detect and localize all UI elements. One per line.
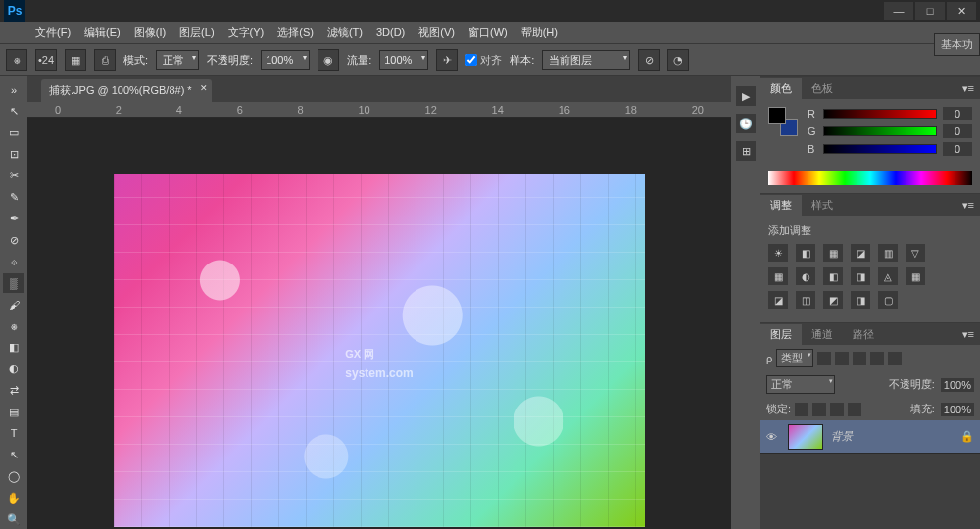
pressure-size-icon[interactable]: ◔ [667,49,689,71]
gradient-tool[interactable]: ◧ [3,338,24,358]
opacity-input[interactable]: 100% [261,50,310,70]
menu-edit[interactable]: 编辑(E) [78,23,126,43]
flow-input[interactable]: 100% [379,50,428,70]
lock-all-icon[interactable] [848,403,861,416]
channel-mixer-icon[interactable]: ◨ [851,267,870,285]
blend-mode-dropdown[interactable]: 正常 [766,375,835,394]
path-select-tool[interactable]: ↖ [3,445,24,464]
menu-type[interactable]: 文字(Y) [222,23,270,43]
color-lookup-icon[interactable]: ◬ [878,267,898,285]
visibility-icon[interactable]: 👁 [766,431,780,443]
menu-view[interactable]: 视图(V) [413,23,461,43]
collapse-icon[interactable]: » [3,80,24,100]
filter-pixel-icon[interactable] [817,352,831,365]
panel-menu-icon[interactable]: ▾≡ [956,199,980,212]
color-swatch[interactable] [768,107,798,136]
close-icon[interactable]: ✕ [200,83,208,93]
layer-thumbnail[interactable] [788,424,823,450]
type-tool[interactable]: T [3,424,24,444]
menu-window[interactable]: 窗口(W) [463,23,514,43]
menu-help[interactable]: 帮助(H) [515,23,564,43]
workspace-button[interactable]: 基本功 [934,33,980,56]
panel-menu-icon[interactable]: ▾≡ [956,82,980,95]
threshold-icon[interactable]: ◫ [796,291,815,309]
menu-select[interactable]: 选择(S) [271,23,319,43]
curves-icon[interactable]: ▦ [823,244,843,262]
sample-dropdown[interactable]: 当前图层 [542,50,630,70]
gradient-map-icon[interactable]: ◩ [823,291,843,309]
properties-icon[interactable]: ⊞ [736,141,756,161]
bw-icon[interactable]: ◐ [796,267,815,285]
brush-panel-icon[interactable]: ▦ [65,49,86,71]
photo-filter-icon[interactable]: ◧ [823,267,843,285]
canvas-zone[interactable]: 02468101214161820 GX 网 system.com [27,102,731,529]
layer-filter-kind[interactable]: 类型 [776,349,813,367]
r-slider[interactable] [823,109,937,119]
brush-preset-icon[interactable]: •24 [35,49,57,71]
clone-source-icon[interactable]: ⎙ [94,49,116,71]
vibrance-icon[interactable]: ▥ [878,244,898,262]
menu-3d[interactable]: 3D(D) [370,24,411,41]
tab-color[interactable]: 颜色 [760,78,802,99]
tab-paths[interactable]: 路径 [843,324,884,345]
shape-tool[interactable]: ◯ [3,466,24,486]
airbrush-icon[interactable]: ✈ [436,49,458,71]
ignore-adjust-icon[interactable]: ⊘ [638,49,660,71]
filter-type-icon[interactable] [853,352,866,365]
brightness-icon[interactable]: ☀ [768,244,788,262]
invert-icon[interactable]: ▦ [906,267,925,285]
pen-tool[interactable]: ▤ [3,403,24,422]
align-checkbox[interactable]: 对齐 [466,53,502,68]
filter-smart-icon[interactable] [888,352,902,365]
clone-tool[interactable]: ▒ [3,273,24,293]
history-icon[interactable]: 🕒 [736,114,756,133]
move-tool[interactable]: ↖ [3,102,24,121]
maximize-button[interactable]: □ [915,2,945,20]
minimize-button[interactable]: — [884,2,913,20]
posterize-icon[interactable]: ◪ [768,291,788,309]
document-tab[interactable]: 捕获.JPG @ 100%(RGB/8#) * ✕ [41,79,212,102]
panel-menu-icon[interactable]: ▾≡ [956,328,980,341]
crop-tool[interactable]: ✎ [3,188,24,208]
tab-layers[interactable]: 图层 [760,324,802,345]
hue-icon[interactable]: ▽ [906,244,925,262]
b-slider[interactable] [823,144,937,154]
filter-adjust-icon[interactable] [835,352,849,365]
selective-color-icon[interactable]: ◨ [851,291,870,309]
marquee-tool[interactable]: ▭ [3,123,24,143]
dodge-tool[interactable]: ⇄ [3,381,24,401]
close-button[interactable]: ✕ [947,2,976,20]
eyedropper-tool[interactable]: ✒ [3,209,24,228]
levels-icon[interactable]: ◧ [796,244,815,262]
b-value[interactable]: 0 [943,142,972,156]
layer-opacity-input[interactable]: 100% [941,378,974,392]
blur-tool[interactable]: ◐ [3,360,24,379]
canvas-image[interactable]: GX 网 system.com [114,174,645,527]
quick-select-tool[interactable]: ✂ [3,167,24,186]
lock-transparent-icon[interactable] [795,403,808,416]
lock-position-icon[interactable] [830,403,844,416]
lock-pixels-icon[interactable] [812,403,826,416]
tab-styles[interactable]: 样式 [802,195,843,216]
color-balance-icon[interactable]: ▦ [768,267,788,285]
tab-adjustments[interactable]: 调整 [760,195,802,216]
exposure-icon[interactable]: ◪ [851,244,870,262]
menu-image[interactable]: 图像(I) [128,23,172,43]
more-icon[interactable]: ▢ [878,291,898,309]
menu-layer[interactable]: 图层(L) [173,23,220,43]
healing-tool[interactable]: ⊘ [3,230,24,250]
mode-dropdown[interactable]: 正常 [156,50,199,70]
fill-input[interactable]: 100% [941,403,974,416]
history-brush-tool[interactable]: 🖌 [3,295,24,314]
fg-color-swatch[interactable] [768,107,786,124]
r-value[interactable]: 0 [943,107,972,120]
tool-preset-icon[interactable]: ⎈ [6,49,27,71]
zoom-tool[interactable]: 🔍 [3,509,24,529]
tab-channels[interactable]: 通道 [802,324,843,345]
spectrum-bar[interactable] [768,171,972,185]
brush-tool[interactable]: ⟐ [3,252,24,271]
mid-panel-icon-1[interactable]: ▶ [736,86,756,106]
tab-swatches[interactable]: 色板 [802,78,843,99]
layer-name[interactable]: 背景 [831,429,953,444]
pressure-opacity-icon[interactable]: ◉ [318,49,339,71]
